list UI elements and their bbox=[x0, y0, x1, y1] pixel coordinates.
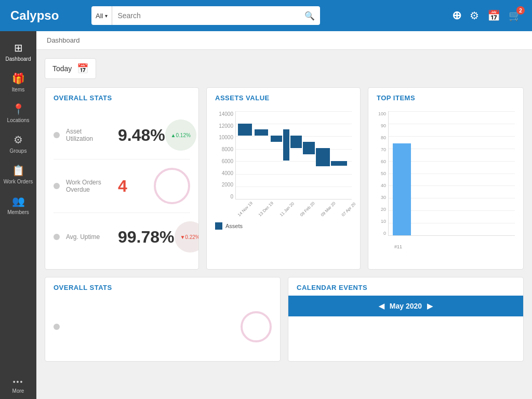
legend-box-assets bbox=[215, 222, 222, 230]
chart-bar-4 bbox=[283, 129, 289, 160]
assets-value-title: ASSETS VALUE bbox=[207, 88, 360, 106]
main-content: Dashboard Today 📅 OVERALL STATS AssetUti… bbox=[36, 31, 532, 399]
date-filter[interactable]: Today 📅 bbox=[45, 58, 96, 79]
stat-dot-1 bbox=[54, 132, 60, 138]
cart-badge: 2 bbox=[516, 6, 525, 15]
locations-icon: 📍 bbox=[12, 103, 25, 115]
sidebar-label-dashboard: Dashboard bbox=[6, 56, 31, 62]
top-items-y-axis: 100 90 80 70 60 50 40 30 20 10 0 bbox=[374, 111, 386, 236]
gridline bbox=[236, 124, 352, 124]
sidebar-label-groups: Groups bbox=[10, 148, 27, 154]
sidebar: ⊞ Dashboard 🎁 Items 📍 Locations ⚙ Groups… bbox=[0, 31, 36, 399]
overall-stats-body-1: AssetUtilization 9.48% ▲0.12% Work Order… bbox=[45, 106, 198, 269]
app-logo: Calypso bbox=[10, 8, 83, 23]
settings-button[interactable]: ⚙ bbox=[470, 9, 479, 22]
gridline bbox=[236, 187, 352, 187]
assets-value-chart: 14000 12000 10000 8000 6000 4000 2000 0 bbox=[207, 106, 360, 220]
sidebar-item-members[interactable]: 👥 Members bbox=[0, 190, 36, 220]
chart-legend: Assets bbox=[207, 220, 360, 234]
x-label-1: 14 Nov 19 bbox=[235, 201, 254, 219]
sidebar-item-dashboard[interactable]: ⊞ Dashboard bbox=[0, 36, 36, 67]
top-items-card: TOP ITEMS 100 90 80 70 60 50 40 30 20 bbox=[368, 87, 524, 270]
stat-badge-1: ▲0.12% bbox=[165, 119, 196, 151]
overall-stats-title-2: OVERALL STATS bbox=[45, 277, 280, 296]
stat-dot-3 bbox=[54, 234, 60, 240]
main-grid-row-2: OVERALL STATS CALENDAR EVENTS ◀ May 2020 bbox=[45, 277, 524, 362]
search-type-label: All bbox=[96, 12, 103, 20]
members-icon: 👥 bbox=[12, 195, 25, 207]
chevron-left-icon[interactable]: ◀ bbox=[379, 302, 384, 310]
topnav-icons: ⊕ ⚙ 📅 🛒 2 bbox=[452, 9, 522, 22]
chart-area bbox=[235, 111, 352, 200]
chart-bar-5 bbox=[290, 136, 302, 148]
stat-label-3: Avg. Uptime bbox=[66, 233, 113, 241]
search-type-dropdown[interactable]: All ▾ bbox=[91, 6, 112, 25]
stat-badge-text-3: ▼0.22% bbox=[180, 234, 199, 240]
groups-icon: ⚙ bbox=[14, 134, 23, 146]
sidebar-item-items[interactable]: 🎁 Items bbox=[0, 67, 36, 98]
chart-bar-1 bbox=[238, 124, 252, 136]
overall-stats-title-1: OVERALL STATS bbox=[45, 88, 198, 106]
main-grid-row-1: OVERALL STATS AssetUtilization 9.48% ▲0.… bbox=[45, 87, 524, 270]
dropdown-arrow-icon: ▾ bbox=[105, 13, 108, 19]
top-items-chart-area bbox=[388, 111, 515, 236]
items-icon: 🎁 bbox=[12, 72, 25, 85]
top-items-chart: 100 90 80 70 60 50 40 30 20 10 0 bbox=[368, 106, 523, 251]
cart-button[interactable]: 🛒 2 bbox=[509, 9, 522, 22]
calendar-events-title: CALENDAR EVENTS bbox=[288, 277, 523, 296]
chevron-right-icon[interactable]: ▶ bbox=[427, 302, 433, 310]
chart-bar-3 bbox=[271, 136, 282, 142]
sidebar-item-groups[interactable]: ⚙ Groups bbox=[0, 128, 36, 159]
x-label-4: 09 Feb 20 bbox=[298, 201, 316, 219]
stat-dot-2 bbox=[54, 183, 60, 189]
x-label-3: 11 Jan 20 bbox=[277, 201, 295, 219]
date-filter-label: Today bbox=[52, 64, 72, 73]
search-button[interactable]: 🔍 bbox=[299, 11, 320, 21]
topnav: Calypso All ▾ 🔍 ⊕ ⚙ 📅 🛒 2 bbox=[0, 0, 532, 31]
top-items-x-label: #11 bbox=[388, 244, 515, 249]
legend-label-assets: Assets bbox=[225, 223, 243, 229]
x-label-6: 07 Apr 20 bbox=[339, 202, 356, 219]
sidebar-label-items: Items bbox=[12, 87, 24, 92]
sidebar-label-work-orders: Work Orders bbox=[4, 179, 33, 184]
stat-value-2: 4 bbox=[118, 177, 154, 196]
stat-row-work-orders: Work OrdersOverdue 4 bbox=[54, 159, 190, 213]
gear-icon: ⚙ bbox=[470, 9, 479, 22]
top-items-title: TOP ITEMS bbox=[368, 88, 523, 106]
calendar-button[interactable]: 📅 bbox=[487, 9, 500, 22]
stat-badge-3: ▼0.22% bbox=[175, 221, 199, 252]
add-button[interactable]: ⊕ bbox=[452, 9, 461, 22]
calendar-filter-icon: 📅 bbox=[77, 63, 88, 74]
chart-bar-8 bbox=[331, 161, 347, 165]
stat-ring-placeholder bbox=[241, 311, 272, 342]
chart-bar-6 bbox=[303, 142, 314, 154]
calendar-events-card: CALENDAR EVENTS ◀ May 2020 ▶ bbox=[288, 277, 524, 362]
overall-stats-card-1: OVERALL STATS AssetUtilization 9.48% ▲0.… bbox=[45, 87, 199, 270]
stat-label-2: Work OrdersOverdue bbox=[66, 179, 113, 193]
stat-value-3: 99.78% bbox=[118, 228, 175, 247]
search-input[interactable] bbox=[112, 6, 299, 25]
sidebar-label-members: Members bbox=[7, 209, 29, 215]
stat-badge-2 bbox=[154, 168, 190, 204]
chart-x-labels: 14 Nov 19 13 Dec 19 11 Jan 20 09 Feb 20 … bbox=[235, 200, 352, 220]
layout: ⊞ Dashboard 🎁 Items 📍 Locations ⚙ Groups… bbox=[0, 31, 532, 399]
sidebar-item-more[interactable]: ••• More bbox=[0, 373, 36, 399]
sidebar-label-locations: Locations bbox=[7, 117, 30, 123]
breadcrumb: Dashboard bbox=[36, 31, 532, 50]
sidebar-item-work-orders[interactable]: 📋 Work Orders bbox=[0, 159, 36, 190]
dashboard-content: Today 📅 OVERALL STATS AssetUtilization 9… bbox=[36, 50, 532, 370]
dashboard-icon: ⊞ bbox=[14, 42, 23, 54]
calendar-month-label: May 2020 bbox=[390, 302, 422, 310]
x-label-2: 13 Dec 19 bbox=[256, 201, 274, 219]
sidebar-item-locations[interactable]: 📍 Locations bbox=[0, 98, 36, 128]
stat-badge-text-1: ▲0.12% bbox=[171, 132, 191, 138]
calendar-icon: 📅 bbox=[487, 9, 500, 22]
overall-stats-card-2: OVERALL STATS bbox=[45, 277, 281, 362]
x-label-7: 11 May 20 bbox=[359, 201, 361, 219]
top-items-bar-11 bbox=[393, 143, 411, 235]
gridline bbox=[236, 174, 352, 175]
stat-value-1: 9.48% bbox=[118, 126, 165, 145]
x-label-5: 09 Mar 20 bbox=[318, 201, 337, 219]
stat-dot-placeholder bbox=[54, 324, 60, 330]
assets-value-card: ASSETS VALUE 14000 12000 10000 8000 6000… bbox=[206, 87, 361, 270]
